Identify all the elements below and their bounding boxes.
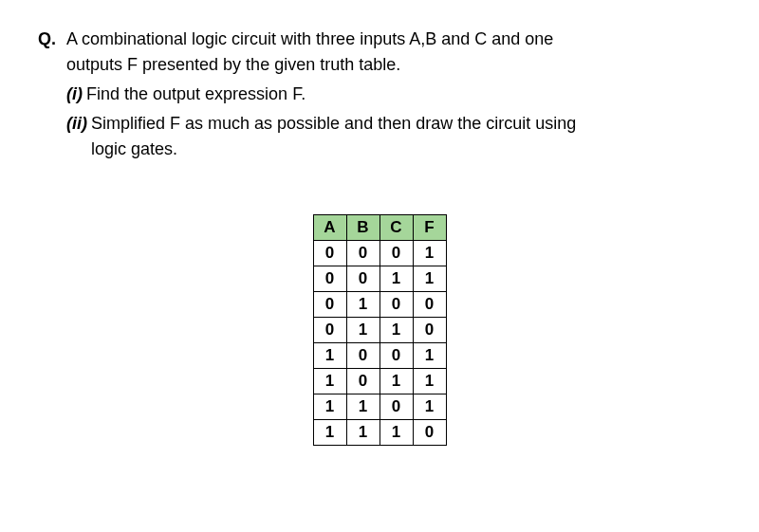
cell: 1 xyxy=(413,241,446,266)
cell: 0 xyxy=(380,292,413,318)
truth-table: A B C F 0 0 0 1 0 0 1 1 0 1 0 xyxy=(313,214,447,446)
table-row: 0 1 0 0 xyxy=(313,292,446,318)
question-body: A combinational logic circuit with three… xyxy=(66,27,721,162)
question-block: Q. A combinational logic circuit with th… xyxy=(38,27,721,162)
cell: 1 xyxy=(380,318,413,343)
cell: 1 xyxy=(413,394,446,420)
cell: 0 xyxy=(380,343,413,369)
cell: 1 xyxy=(413,266,446,292)
cell: 0 xyxy=(313,241,346,266)
table-row: 0 0 1 1 xyxy=(313,266,446,292)
cell: 1 xyxy=(346,318,380,343)
question-intro: A combinational logic circuit with three… xyxy=(66,27,721,78)
col-b: B xyxy=(346,215,380,241)
table-row: 1 0 1 1 xyxy=(313,369,446,394)
cell: 0 xyxy=(346,266,380,292)
part-i-text: Find the output expression F. xyxy=(86,84,305,103)
cell: 1 xyxy=(313,394,346,420)
cell: 1 xyxy=(346,420,380,446)
part-i: (i)Find the output expression F. xyxy=(66,82,721,107)
table-header: A B C F xyxy=(313,215,446,241)
part-ii: (ii)Simplified F as much as possible and… xyxy=(66,111,721,162)
cell: 0 xyxy=(346,241,380,266)
cell: 1 xyxy=(380,369,413,394)
table-row: 1 1 0 1 xyxy=(313,394,446,420)
cell: 1 xyxy=(313,420,346,446)
cell: 0 xyxy=(413,318,446,343)
cell: 0 xyxy=(380,394,413,420)
cell: 1 xyxy=(346,394,380,420)
cell: 1 xyxy=(413,343,446,369)
intro-text-line2: outputs F presented by the given truth t… xyxy=(66,55,400,74)
cell: 1 xyxy=(380,420,413,446)
intro-text-line1: A combinational logic circuit with three… xyxy=(66,29,553,48)
col-a: A xyxy=(313,215,346,241)
table-body: 0 0 0 1 0 0 1 1 0 1 0 0 0 1 1 0 xyxy=(313,241,446,446)
part-i-marker: (i) xyxy=(66,84,83,103)
cell: 0 xyxy=(313,318,346,343)
cell: 0 xyxy=(413,420,446,446)
cell: 0 xyxy=(313,292,346,318)
cell: 0 xyxy=(346,343,380,369)
part-ii-text-line1: Simplified F as much as possible and the… xyxy=(91,114,576,133)
cell: 1 xyxy=(346,292,380,318)
part-ii-marker: (ii) xyxy=(66,114,87,133)
cell: 1 xyxy=(413,369,446,394)
question-marker: Q. xyxy=(38,27,56,52)
table-row: 0 0 0 1 xyxy=(313,241,446,266)
cell: 0 xyxy=(380,241,413,266)
col-f: F xyxy=(413,215,446,241)
cell: 1 xyxy=(380,266,413,292)
cell: 0 xyxy=(413,292,446,318)
table-row: 0 1 1 0 xyxy=(313,318,446,343)
truth-table-container: A B C F 0 0 0 1 0 0 1 1 0 1 0 xyxy=(38,214,721,446)
cell: 0 xyxy=(346,369,380,394)
cell: 0 xyxy=(313,266,346,292)
cell: 1 xyxy=(313,343,346,369)
col-c: C xyxy=(380,215,413,241)
table-header-row: A B C F xyxy=(313,215,446,241)
table-row: 1 0 0 1 xyxy=(313,343,446,369)
part-ii-text-line2: logic gates. xyxy=(66,139,177,158)
table-row: 1 1 1 0 xyxy=(313,420,446,446)
cell: 1 xyxy=(313,369,346,394)
